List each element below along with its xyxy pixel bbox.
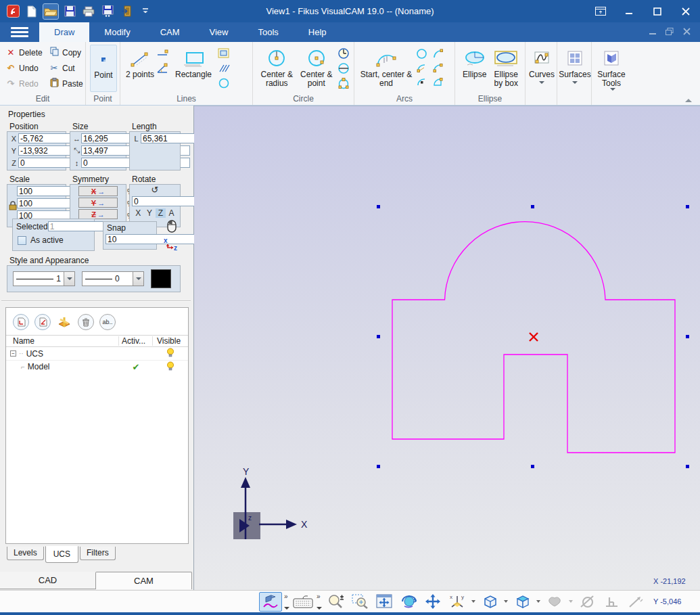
undo-button[interactable]: ↶Undo [4, 63, 47, 73]
redo-button[interactable]: ↷Redo [4, 78, 47, 89]
selection-handle[interactable] [531, 205, 534, 208]
arc-start-end-radius-tool-button[interactable] [430, 47, 445, 60]
rotate-ccw-icon[interactable]: ↺ [151, 185, 159, 195]
column-active[interactable]: Activ... [119, 336, 153, 346]
new-file-button[interactable] [24, 4, 39, 19]
rotate-axis-z[interactable]: Z [156, 208, 166, 218]
mdi-close-button[interactable] [683, 28, 691, 37]
line-width-dropdown[interactable]: 1 [13, 271, 75, 286]
arc-center-start-angle-tool-button[interactable] [414, 61, 429, 74]
copy-button[interactable]: Copy [47, 47, 87, 58]
tab-help[interactable]: Help [294, 22, 342, 42]
print-button[interactable] [81, 4, 96, 19]
column-name[interactable]: Name [6, 336, 119, 346]
point-button[interactable]: Point [90, 45, 117, 92]
tab-view[interactable]: View [195, 22, 243, 42]
circle-center-point-button[interactable]: Center & point [297, 45, 337, 88]
ribbon-collapse-icon[interactable] [685, 99, 692, 102]
customize-toolbar-button[interactable] [138, 4, 153, 19]
shaded-view-dropdown-icon[interactable] [536, 600, 540, 603]
ellipse-by-box-button[interactable]: Ellipse by box [490, 45, 522, 88]
minimize-button[interactable] [615, 0, 643, 22]
arc-full-circle-tool-button[interactable] [414, 47, 429, 60]
tab-modify[interactable]: Modify [89, 22, 145, 42]
view-plane-button[interactable]: xy [446, 592, 469, 612]
select-tool-options[interactable]: » [283, 593, 291, 610]
tab-cam[interactable]: CAM [95, 572, 192, 589]
select-tool-button[interactable] [259, 592, 282, 612]
surfaces-button[interactable]: Surfaces [559, 45, 590, 84]
mdi-minimize-button[interactable] [649, 28, 656, 37]
column-visible[interactable]: Visible [153, 336, 188, 346]
line-2-points-button[interactable]: 2 points [124, 45, 156, 79]
zoom-window-button[interactable] [348, 592, 371, 612]
keyboard-options[interactable]: » [315, 593, 323, 610]
mdi-restore-button[interactable] [666, 28, 674, 37]
selection-handle[interactable] [686, 335, 689, 338]
keyboard-entry-button[interactable] [291, 592, 314, 612]
circle-2-points-tool-button[interactable] [336, 62, 351, 75]
orbit-rotate-button[interactable] [397, 592, 420, 612]
iso-view-dropdown-icon[interactable] [504, 600, 508, 603]
extend-trim-button[interactable] [624, 592, 647, 612]
drawing-canvas[interactable]: Y X z [194, 106, 700, 590]
tree-row-model[interactable]: ⌐Model ✔ [6, 360, 188, 373]
app-logo-icon[interactable] [5, 4, 20, 19]
delete-button[interactable]: ✕Delete [4, 47, 47, 58]
visible-bulb-icon[interactable] [166, 361, 174, 371]
pan-button[interactable] [421, 592, 444, 612]
polygon-tool-button[interactable] [216, 76, 231, 90]
line-style-dropdown[interactable]: 0 [82, 271, 144, 286]
cut-button[interactable]: ✂Cut [47, 63, 87, 73]
curves-button[interactable]: Curves [529, 45, 555, 84]
new-ucs-by-geometry-button[interactable] [34, 314, 51, 330]
visible-bulb-icon[interactable] [166, 348, 174, 357]
rotate-axis-x[interactable]: X [133, 208, 143, 218]
dropdown-arrow-icon[interactable] [133, 272, 143, 286]
circle-3-points-tool-button[interactable] [336, 76, 351, 90]
selection-handle[interactable] [377, 205, 380, 208]
mouse-icon[interactable] [166, 219, 177, 233]
zoom-fit-button[interactable] [373, 592, 396, 612]
dropdown-arrow-icon[interactable] [64, 272, 74, 286]
selection-handle[interactable] [531, 465, 534, 468]
snap-modes-button[interactable] [543, 592, 566, 612]
selection-handle[interactable] [377, 465, 380, 468]
menu-button[interactable] [0, 22, 39, 42]
arc-start-center-end-button[interactable]: Start, center & end [358, 45, 414, 88]
open-file-button[interactable] [43, 4, 58, 19]
save-as-button[interactable] [100, 4, 115, 19]
active-check-icon[interactable]: ✔ [133, 362, 140, 372]
restore-toolbar-icon[interactable] [586, 0, 615, 22]
snap-modes-dropdown-icon[interactable] [569, 600, 573, 603]
ucs-planes-button[interactable] [56, 314, 72, 330]
framed-rectangle-tool-button[interactable] [216, 47, 231, 60]
view-plane-dropdown-icon[interactable] [471, 600, 475, 603]
tree-row-ucs[interactable]: −··UCS [6, 347, 188, 360]
close-button[interactable] [672, 0, 700, 22]
selection-handle[interactable] [377, 335, 380, 338]
symmetry-y-button[interactable]: Y→ [78, 198, 118, 208]
iso-view-button[interactable] [478, 592, 501, 612]
axis-orientation-icon[interactable]: xz [162, 237, 179, 252]
delete-ucs-button[interactable] [78, 314, 94, 330]
symmetry-z-button[interactable]: Z→ [78, 209, 118, 219]
arc-tangent-tool-button[interactable] [414, 75, 429, 89]
horizontal-line-tool-button[interactable] [156, 47, 170, 60]
rotate-axis-y[interactable]: Y [144, 208, 155, 218]
tab-draw[interactable]: Draw [39, 22, 89, 42]
tab-tools[interactable]: Tools [243, 22, 293, 42]
arc-fillet-tool-button[interactable] [430, 75, 445, 89]
surface-tools-button[interactable]: Surface Tools [596, 45, 627, 91]
tab-cam[interactable]: CAM [145, 22, 195, 42]
no-snap-button[interactable] [576, 592, 599, 612]
perpendicular-snap-button[interactable] [600, 592, 623, 612]
rectangle-button[interactable]: Rectangle [170, 45, 216, 79]
save-button[interactable] [62, 4, 77, 19]
tab-ucs[interactable]: UCS [45, 546, 78, 563]
selection-handle[interactable] [686, 205, 689, 208]
rotate-axis-a[interactable]: A [166, 208, 177, 218]
zoom-in-out-button[interactable] [324, 592, 347, 612]
circle-center-radius-button[interactable]: Center & radius [257, 45, 297, 88]
paste-button[interactable]: Paste [47, 78, 87, 89]
